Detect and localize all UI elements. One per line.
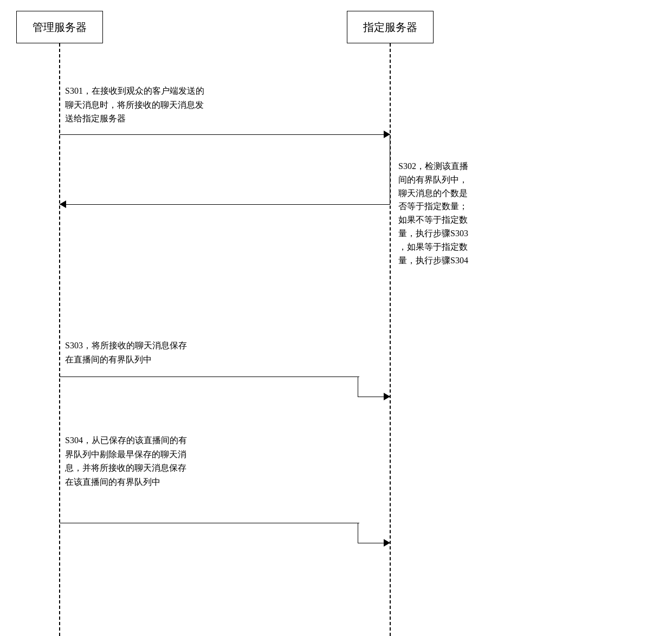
bracket-s304-v xyxy=(358,523,358,543)
step-s303-text: S303，将所接收的聊天消息保存在直播间的有界队列中 xyxy=(65,341,187,364)
bracket-s303-h xyxy=(60,377,359,377)
actor-management-server-label: 管理服务器 xyxy=(33,20,87,35)
bracket-s302-v-right xyxy=(390,134,390,205)
step-s302-label: S302，检测该直播间的有界队列中，聊天消息的个数是否等于指定数量；如果不等于指… xyxy=(398,160,648,267)
arrow-head-s303 xyxy=(384,393,390,400)
sequence-diagram: 管理服务器 指定服务器 S301，在接收到观众的客户端发送的聊天消息时，将所接收… xyxy=(0,0,672,636)
step-s301-text: S301，在接收到观众的客户端发送的聊天消息时，将所接收的聊天消息发送给指定服务… xyxy=(65,86,204,123)
bracket-s302-h-top xyxy=(374,204,390,205)
arrow-head-s302 xyxy=(60,200,66,208)
step-s304-text: S304，从已保存的该直播间的有界队列中剔除最早保存的聊天消息，并将所接收的聊天… xyxy=(65,436,187,486)
bracket-s303-v xyxy=(358,377,358,397)
bracket-s304-h xyxy=(60,523,359,523)
actor-designated-server-label: 指定服务器 xyxy=(363,20,417,35)
arrow-head-s304 xyxy=(384,539,390,547)
step-s302-text: S302，检测该直播间的有界队列中，聊天消息的个数是否等于指定数量；如果不等于指… xyxy=(398,161,468,265)
step-s304-label: S304，从已保存的该直播间的有界队列中剔除最早保存的聊天消息，并将所接收的聊天… xyxy=(65,433,385,489)
actor-designated-server: 指定服务器 xyxy=(347,11,434,43)
arrow-s302 xyxy=(60,204,374,205)
step-s303-label: S303，将所接收的聊天消息保存在直播间的有界队列中 xyxy=(65,339,385,366)
lifeline-management-server xyxy=(59,43,60,636)
arrow-s301 xyxy=(60,134,384,135)
step-s301-label: S301，在接收到观众的客户端发送的聊天消息时，将所接收的聊天消息发送给指定服务… xyxy=(65,84,385,126)
actor-management-server: 管理服务器 xyxy=(16,11,103,43)
